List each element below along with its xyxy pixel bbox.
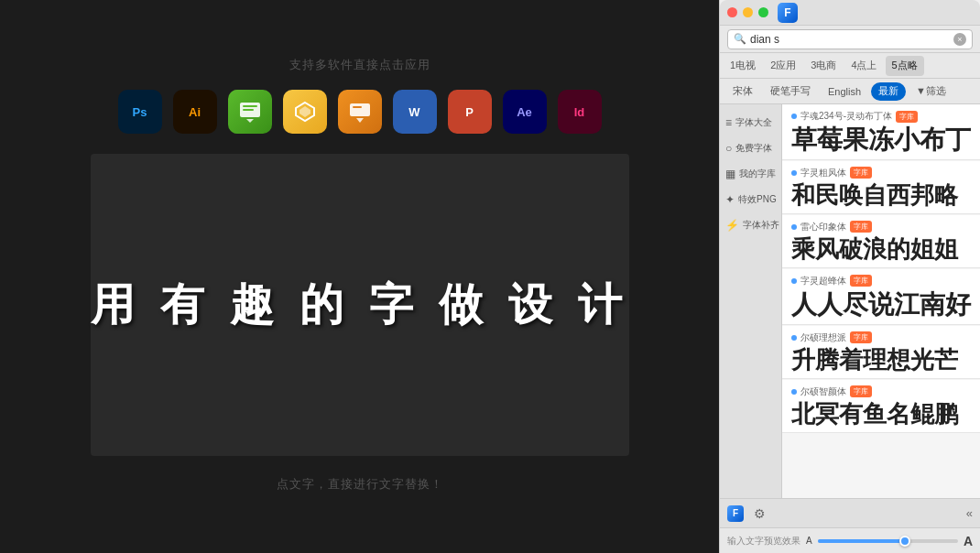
- left-nav-effects-png[interactable]: ✦ 特效PNG: [720, 187, 781, 212]
- font-badge-4: 字库: [850, 275, 872, 287]
- gear-icon[interactable]: ⚙: [751, 505, 768, 522]
- font-list: 字魂234号-灵动布丁体 字库 草莓果冻小布丁 字灵粗风体 字库 和民唤自西邦略…: [782, 104, 980, 498]
- left-nav-my-library-label: 我的字库: [739, 168, 776, 180]
- top-hint: 支持多软件直接点击应用: [289, 57, 430, 73]
- font-dot-6: [791, 389, 797, 395]
- close-button[interactable]: [727, 7, 737, 17]
- app-icon-ps[interactable]: Ps: [118, 90, 162, 134]
- font-item-1[interactable]: 字魂234号-灵动布丁体 字库 草莓果冻小布丁: [782, 104, 980, 160]
- font-size-large-label: A: [964, 534, 973, 548]
- app-icon-sketch[interactable]: [283, 90, 327, 134]
- font-badge-3: 字库: [850, 221, 872, 233]
- filter-tab-filter[interactable]: ▼筛选: [909, 82, 953, 101]
- input-hint: 输入文字预览效果: [727, 535, 800, 548]
- filter-tab-handwriting[interactable]: 硬笔手写: [763, 82, 818, 101]
- font-item-2-header: 字灵粗风体 字库: [791, 167, 971, 179]
- font-name-1: 字魂234号-灵动布丁体: [800, 110, 892, 123]
- font-dot-2: [791, 170, 797, 176]
- panel-titlebar: F: [720, 0, 980, 26]
- app-icon-ppt[interactable]: P: [448, 90, 492, 134]
- nav-tab-3-ecom[interactable]: 3电商: [804, 56, 843, 76]
- slider-thumb[interactable]: [899, 536, 910, 547]
- font-preview-3: 乘风破浪的姐姐: [791, 235, 971, 264]
- filter-tabs: 宋体 硬笔手写 English 最新 ▼筛选: [720, 79, 980, 104]
- filter-tab-english[interactable]: English: [821, 82, 868, 101]
- clear-search-button[interactable]: ×: [953, 33, 966, 46]
- app-icons-row: Ps Ai W P Ae Id: [118, 90, 602, 134]
- font-item-3[interactable]: 雷心印象体 字库 乘风破浪的姐姐: [782, 215, 980, 268]
- left-nav-font-supplement[interactable]: ⚡ 字体补齐: [720, 212, 781, 238]
- effects-png-icon: ✦: [725, 193, 735, 206]
- bottom-f-icon: F: [727, 505, 744, 522]
- left-nav: ≡ 字体大全 ○ 免费字体 ▦ 我的字库 ✦ 特效PNG ⚡ 字体补齐: [720, 104, 782, 498]
- my-library-icon: ▦: [725, 168, 735, 180]
- font-item-1-header: 字魂234号-灵动布丁体 字库: [791, 110, 971, 123]
- canvas-frame[interactable]: 用 有 趣 的 字 做 设 计: [91, 154, 629, 456]
- font-dot-3: [791, 224, 797, 230]
- main-canvas-area: 支持多软件直接点击应用 Ps Ai W P Ae Id 用 有 趣 的 字 做 …: [0, 0, 719, 553]
- font-item-2[interactable]: 字灵粗风体 字库 和民唤自西邦略: [782, 161, 980, 214]
- nav-tab-5-active[interactable]: 5点略: [886, 56, 924, 76]
- app-icon-word[interactable]: W: [393, 90, 437, 134]
- panel-bottom: F ⚙ «: [720, 498, 980, 527]
- font-badge-2: 字库: [850, 167, 872, 179]
- svg-marker-5: [299, 106, 310, 117]
- right-panel: F 🔍 dian s × 1电视 2应用 3电商 4点上 5点略 宋体 硬笔手写…: [719, 0, 980, 553]
- font-name-2: 字灵粗风体: [800, 167, 846, 179]
- search-bar: 🔍 dian s ×: [720, 26, 980, 53]
- font-badge-6: 字库: [850, 385, 872, 397]
- font-size-slider[interactable]: [818, 539, 958, 543]
- nav-tab-2-app[interactable]: 2应用: [764, 56, 802, 76]
- font-name-3: 雷心印象体: [800, 221, 846, 233]
- app-icon-id[interactable]: Id: [558, 90, 602, 134]
- filter-tab-songti[interactable]: 宋体: [725, 82, 760, 101]
- font-preview-1: 草莓果冻小布丁: [791, 125, 971, 156]
- font-item-5[interactable]: 尔硕理想派 字库 升腾着理想光芒: [782, 326, 980, 379]
- nav-tab-4-points[interactable]: 4点上: [844, 56, 883, 76]
- left-nav-free-fonts[interactable]: ○ 免费字体: [720, 136, 781, 161]
- font-item-3-header: 雷心印象体 字库: [791, 221, 971, 233]
- font-name-6: 尔硕智颜体: [800, 385, 846, 398]
- left-nav-my-library[interactable]: ▦ 我的字库: [720, 161, 781, 187]
- nav-tab-1-tv[interactable]: 1电视: [724, 56, 762, 76]
- font-preview-4: 人人尽说江南好: [791, 289, 971, 320]
- font-item-6[interactable]: 尔硕智颜体 字库 北冥有鱼名鲲鹏: [782, 380, 980, 433]
- svg-rect-2: [243, 109, 254, 111]
- font-preview-2: 和民唤自西邦略: [791, 181, 971, 210]
- font-dot-4: [791, 278, 797, 284]
- font-badge-1: 字库: [896, 111, 918, 123]
- font-supplement-icon: ⚡: [725, 219, 739, 232]
- left-nav-effects-png-label: 特效PNG: [738, 193, 777, 206]
- minimize-button[interactable]: [743, 7, 753, 17]
- maximize-button[interactable]: [758, 7, 768, 17]
- search-text-value: dian s: [750, 33, 779, 46]
- app-icon-keynote[interactable]: [228, 90, 272, 134]
- font-preview-5: 升腾着理想光芒: [791, 346, 971, 374]
- font-name-4: 字灵超蜂体: [800, 275, 846, 287]
- app-icon-ae[interactable]: Ae: [503, 90, 547, 134]
- font-item-4-header: 字灵超蜂体 字库: [791, 275, 971, 287]
- left-nav-all-fonts[interactable]: ≡ 字体大全: [720, 110, 781, 136]
- svg-rect-1: [243, 105, 257, 107]
- collapse-icon[interactable]: «: [966, 506, 973, 520]
- font-badge-5: 字库: [850, 331, 872, 343]
- svg-marker-3: [246, 119, 254, 123]
- canvas-main-text[interactable]: 用 有 趣 的 字 做 设 计: [91, 276, 629, 334]
- left-nav-font-supplement-label: 字体补齐: [743, 219, 779, 232]
- font-size-small-label: A: [806, 536, 812, 546]
- app-icon-ai[interactable]: Ai: [173, 90, 217, 134]
- filter-tab-newest[interactable]: 最新: [871, 82, 906, 101]
- font-item-6-header: 尔硕智颜体 字库: [791, 385, 971, 398]
- nav-tabs: 1电视 2应用 3电商 4点上 5点略: [720, 53, 980, 79]
- search-icon: 🔍: [734, 33, 746, 45]
- left-nav-all-fonts-label: 字体大全: [735, 116, 772, 129]
- search-input-wrap[interactable]: 🔍 dian s ×: [727, 29, 973, 49]
- font-dot-5: [791, 335, 797, 341]
- left-nav-free-fonts-label: 免费字体: [735, 142, 772, 155]
- app-icon-keynote2[interactable]: [338, 90, 382, 134]
- font-name-5: 尔硕理想派: [800, 331, 846, 344]
- svg-marker-8: [356, 118, 364, 123]
- font-item-5-header: 尔硕理想派 字库: [791, 331, 971, 344]
- bottom-hint: 点文字，直接进行文字替换！: [277, 476, 443, 493]
- font-item-4[interactable]: 字灵超蜂体 字库 人人尽说江南好: [782, 269, 980, 325]
